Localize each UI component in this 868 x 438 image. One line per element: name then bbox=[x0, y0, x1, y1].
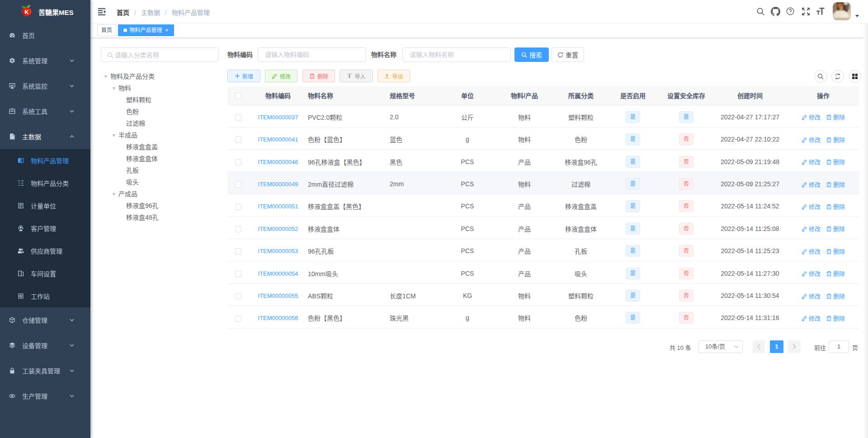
svg-text:K: K bbox=[24, 9, 29, 15]
